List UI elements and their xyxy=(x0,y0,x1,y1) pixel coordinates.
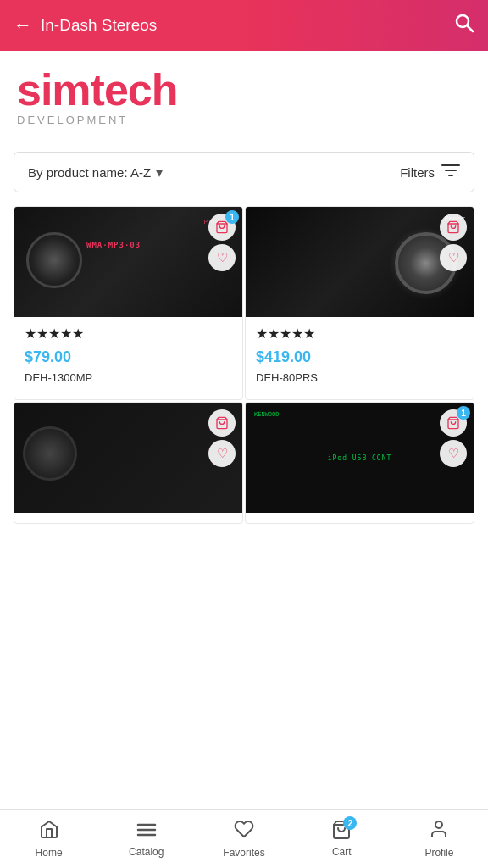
logo-subtitle: DEVELOPMENT xyxy=(17,114,471,126)
header-left: ← In-Dash Stereos xyxy=(14,14,157,36)
nav-label-cart: Cart xyxy=(332,846,352,858)
filter-icon xyxy=(441,163,460,181)
svg-point-13 xyxy=(435,821,442,828)
nav-label-profile: Profile xyxy=(424,847,453,859)
home-icon xyxy=(39,819,59,844)
heart-icon: ♡ xyxy=(217,446,228,461)
filter-button[interactable]: Filters xyxy=(400,163,460,181)
product-card[interactable]: ♡ xyxy=(14,402,243,524)
nav-label-home: Home xyxy=(36,847,63,859)
nav-item-profile[interactable]: Profile xyxy=(391,819,488,859)
heart-nav-icon xyxy=(234,819,254,844)
cart-icon-wrap: 2 xyxy=(331,820,352,843)
add-to-cart-button[interactable] xyxy=(440,214,467,241)
heart-icon: ♡ xyxy=(217,250,228,265)
nav-item-cart[interactable]: 2 Cart xyxy=(293,820,391,858)
profile-icon xyxy=(429,819,449,844)
page-title: In-Dash Stereos xyxy=(41,16,157,35)
product-card[interactable]: Pioneer ♡ ★★★★★ $419.00 DEH-80PRS xyxy=(245,206,474,400)
logo-area: simtech DEVELOPMENT xyxy=(0,51,488,135)
search-icon[interactable] xyxy=(454,13,474,38)
add-to-cart-button[interactable]: 1 xyxy=(440,409,467,437)
cart-badge: 1 xyxy=(457,406,470,420)
favorite-button[interactable]: ♡ xyxy=(208,440,236,467)
back-button[interactable]: ← xyxy=(14,14,32,36)
product-name: DEH-80PRS xyxy=(246,370,474,389)
svg-line-1 xyxy=(468,26,473,31)
product-grid: WMA·MP3·03 Pioneer 1 ♡ ★★★★★ $79.00 DEH-… xyxy=(14,206,474,592)
heart-icon: ♡ xyxy=(448,250,459,265)
product-card[interactable]: iPod USB CONT KENWOOD 1 ♡ xyxy=(245,402,474,524)
nav-item-favorites[interactable]: Favorites xyxy=(195,819,292,859)
sort-label: By product name: A-Z xyxy=(28,165,151,180)
favorite-button[interactable]: ♡ xyxy=(208,244,236,271)
favorite-button[interactable]: ♡ xyxy=(440,440,467,467)
cart-count-badge: 2 xyxy=(343,816,357,830)
product-price: $79.00 xyxy=(14,345,242,370)
sort-chevron-down-icon: ▾ xyxy=(156,164,163,181)
product-rating: ★★★★★ xyxy=(14,317,242,345)
nav-item-home[interactable]: Home xyxy=(0,819,97,859)
catalog-icon xyxy=(136,820,157,843)
nav-label-favorites: Favorites xyxy=(223,847,264,859)
nav-item-catalog[interactable]: Catalog xyxy=(97,820,195,858)
svg-point-0 xyxy=(457,15,469,27)
sort-bar[interactable]: By product name: A-Z ▾ Filters xyxy=(14,152,474,192)
filter-label: Filters xyxy=(400,165,435,180)
add-to-cart-button[interactable]: 1 xyxy=(208,214,236,241)
cart-badge: 1 xyxy=(225,210,239,224)
sort-selector[interactable]: By product name: A-Z ▾ xyxy=(28,164,163,181)
nav-label-catalog: Catalog xyxy=(129,846,164,858)
add-to-cart-button[interactable] xyxy=(208,409,236,437)
header: ← In-Dash Stereos xyxy=(0,0,488,51)
product-name: DEH-1300MP xyxy=(14,370,242,389)
product-card[interactable]: WMA·MP3·03 Pioneer 1 ♡ ★★★★★ $79.00 DEH-… xyxy=(14,206,243,400)
bottom-navigation: Home Catalog Favorites 2 Cart xyxy=(0,809,488,868)
heart-icon: ♡ xyxy=(448,446,459,461)
product-rating: ★★★★★ xyxy=(246,317,474,345)
logo-text: simtech xyxy=(17,68,471,112)
product-price: $419.00 xyxy=(246,345,474,370)
favorite-button[interactable]: ♡ xyxy=(440,244,467,271)
